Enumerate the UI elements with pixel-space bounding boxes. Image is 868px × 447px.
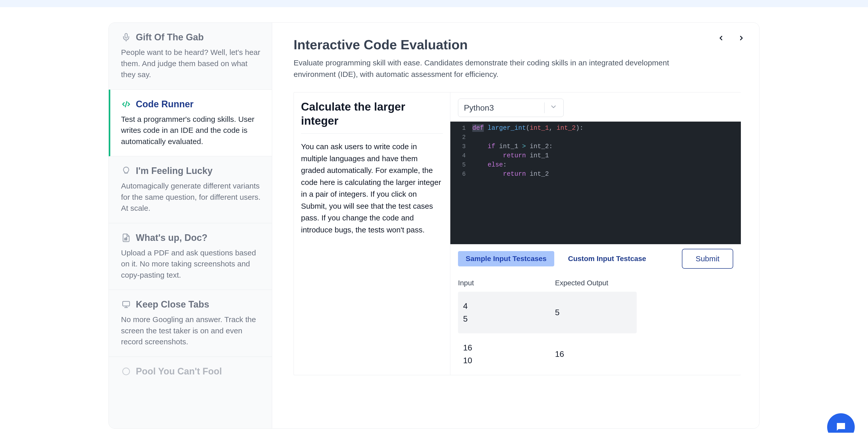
problem-desc: You can ask users to write code in multi…	[301, 141, 443, 236]
language-select[interactable]: Python3	[458, 98, 564, 117]
sidebar-item-title: Code Runner	[136, 99, 193, 110]
results-row: 16 10 16	[458, 333, 637, 375]
results-cell-input: 4 5	[463, 300, 555, 325]
page-subtitle: Evaluate programming skill with ease. Ca…	[293, 57, 677, 80]
svg-rect-5	[123, 301, 130, 306]
feature-card: Gift Of The Gab People want to be heard?…	[108, 23, 760, 428]
results-table: Input Expected Output 4 5 5 16 10 16	[450, 271, 644, 375]
sidebar-item-title: What's up, Doc?	[136, 233, 208, 243]
problem-title: Calculate the larger integer	[301, 100, 443, 133]
results-row: 4 5 5	[458, 292, 637, 333]
content-row: Calculate the larger integer You can ask…	[293, 92, 741, 375]
doc-icon	[121, 233, 131, 243]
sidebar-item-pool[interactable]: Pool You Can't Fool	[109, 357, 272, 390]
code-editor[interactable]: 123456 def larger_int(int_1, int_2): if …	[450, 122, 741, 244]
tab-sample-testcases[interactable]: Sample Input Testcases	[458, 251, 554, 266]
sidebar-item-desc: Upload a PDF and ask questions based on …	[121, 247, 261, 281]
submit-button[interactable]: Submit	[682, 249, 733, 269]
main-panel: Interactive Code Evaluation Evaluate pro…	[272, 23, 759, 428]
svg-rect-0	[125, 33, 127, 38]
editor-code[interactable]: def larger_int(int_1, int_2): if int_1 >…	[470, 122, 583, 244]
testcase-tabs: Sample Input Testcases Custom Input Test…	[450, 244, 741, 271]
bulb-icon	[121, 166, 131, 176]
chat-fab[interactable]	[827, 413, 855, 441]
problem-panel: Calculate the larger integer You can ask…	[294, 92, 450, 375]
results-cell-input: 16 10	[463, 341, 555, 367]
next-icon[interactable]	[738, 34, 745, 42]
page-title: Interactive Code Evaluation	[293, 37, 741, 52]
sidebar-item-desc: Automagically generate different variant…	[121, 180, 261, 214]
sidebar-item-desc: People want to be heard? Well, let's hea…	[121, 47, 261, 80]
sidebar-item-title: I'm Feeling Lucky	[136, 166, 213, 176]
sidebar-item-desc: Test a programmer's coding skills. User …	[121, 114, 261, 147]
code-icon	[121, 99, 131, 109]
pool-icon	[121, 366, 131, 377]
sidebar-item-keep-close-tabs[interactable]: Keep Close Tabs No more Googling an answ…	[109, 290, 272, 357]
results-cell-expected: 16	[555, 350, 631, 359]
svg-line-2	[125, 101, 127, 107]
svg-point-8	[123, 368, 130, 375]
tab-custom-testcase[interactable]: Custom Input Testcase	[560, 251, 654, 266]
sidebar-item-title: Keep Close Tabs	[136, 299, 209, 310]
chevron-down-icon	[550, 103, 557, 113]
ide-panel: Python3 123456 def larger_int(int_1, int…	[450, 92, 741, 375]
svg-rect-3	[125, 238, 125, 240]
language-select-value: Python3	[464, 103, 494, 113]
sidebar-item-title: Pool You Can't Fool	[136, 366, 222, 377]
sidebar-item-code-runner[interactable]: Code Runner Test a programmer's coding s…	[109, 90, 272, 156]
prev-icon[interactable]	[717, 34, 724, 42]
top-band	[0, 0, 868, 7]
editor-gutter: 123456	[450, 122, 470, 244]
mic-icon	[121, 32, 131, 42]
svg-rect-4	[126, 237, 127, 240]
results-col-expected: Expected Output	[555, 279, 637, 287]
sidebar: Gift Of The Gab People want to be heard?…	[109, 23, 272, 428]
sidebar-item-feeling-lucky[interactable]: I'm Feeling Lucky Automagically generate…	[109, 156, 272, 223]
sidebar-item-whats-up-doc[interactable]: What's up, Doc? Upload a PDF and ask que…	[109, 223, 272, 290]
sidebar-item-gift-of-the-gab[interactable]: Gift Of The Gab People want to be heard?…	[109, 23, 272, 90]
results-cell-expected: 5	[555, 308, 631, 317]
sidebar-item-title: Gift Of The Gab	[136, 32, 204, 43]
page-wrap: Gift Of The Gab People want to be heard?…	[0, 7, 868, 428]
sidebar-item-desc: No more Googling an answer. Track the sc…	[121, 314, 261, 347]
monitor-icon	[121, 299, 131, 309]
results-col-input: Input	[458, 279, 555, 287]
